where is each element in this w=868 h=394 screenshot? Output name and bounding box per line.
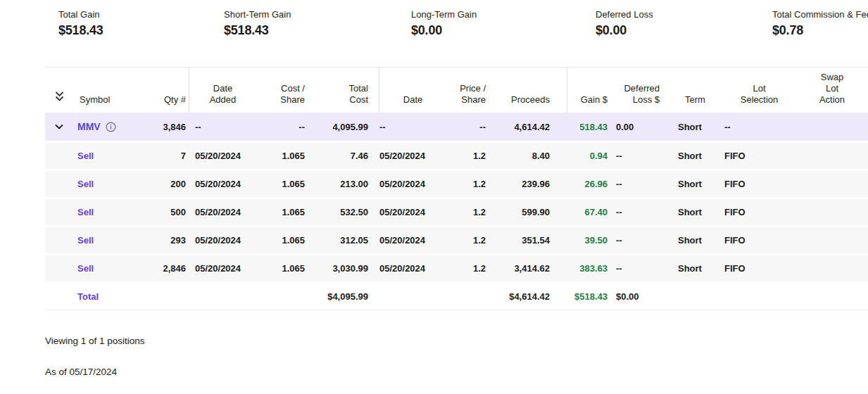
cell-lot-selection: FIFO [722, 141, 796, 169]
col-header-term: Term [685, 94, 705, 106]
total-row: Total $4,095.99 $4,614.42 $518.43 $0.00 [45, 281, 868, 310]
cell-date-sold: 05/20/2024 [379, 253, 446, 281]
cell-date-added: 05/20/2024 [189, 169, 256, 197]
cell-term: Short [668, 253, 722, 281]
total-label: Total [77, 291, 99, 302]
cell-term: Short [668, 169, 722, 197]
col-header-gain: Gain $ [581, 94, 608, 106]
cell-total-cost: 7.46 [314, 141, 379, 169]
symbol-link[interactable]: MMV [77, 121, 101, 132]
stat-value: $0.00 [411, 23, 477, 38]
viewing-count-text: Viewing 1 of 1 positions [45, 336, 868, 346]
col-header-total-cost: Total Cost [349, 83, 368, 106]
cell-gain: 518.43 [567, 113, 610, 141]
cell-swap-lot-action [796, 197, 868, 225]
cell-total-cost: 532.50 [314, 197, 379, 225]
col-header-swap-lot-action: Swap Lot Action [819, 72, 845, 106]
col-header-date: Date [403, 94, 422, 106]
cell-gain: 39.50 [567, 225, 610, 253]
stat-deferred-loss: Deferred Loss $0.00 [596, 8, 653, 38]
stat-label: Long-Term Gain [411, 8, 477, 20]
cell-deferred-loss: 0.00 [610, 113, 668, 141]
cell-date-added: 05/20/2024 [189, 225, 256, 253]
cell-date-sold: 05/20/2024 [379, 197, 446, 225]
stat-long-term-gain: Long-Term Gain $0.00 [411, 8, 477, 38]
cell-qty: 3,846 [138, 113, 189, 141]
chevron-down-icon [54, 124, 64, 130]
table-footer: Viewing 1 of 1 positions As of 05/17/202… [45, 336, 868, 377]
stat-label: Total Gain [58, 8, 103, 20]
col-header-proceeds: Proceeds [511, 94, 550, 106]
cell-deferred-loss: -- [610, 197, 668, 225]
cell-total-cost: 213.00 [314, 169, 379, 197]
cell-cost-share: 1.065 [256, 141, 314, 169]
cell-date-sold: 05/20/2024 [379, 225, 446, 253]
cell-proceeds: 8.40 [501, 141, 567, 169]
cell-qty: 200 [138, 169, 189, 197]
cell-price-share: -- [446, 113, 501, 141]
position-row-mmv: MMV 3,846 -- -- 4,095.99 -- -- 4,614.42 … [45, 113, 868, 141]
sell-link[interactable]: Sell [77, 151, 94, 161]
double-chevron-down-icon [54, 91, 65, 103]
cell-price-share: 1.2 [446, 225, 501, 253]
cell-proceeds: 599.90 [501, 197, 567, 225]
cell-cost-share: -- [256, 113, 314, 141]
total-proceeds-value: $4,614.42 [501, 281, 567, 310]
sell-link[interactable]: Sell [77, 235, 94, 246]
stat-label: Short-Term Gain [224, 8, 291, 20]
cell-proceeds: 4,614.42 [501, 113, 567, 141]
cell-cost-share: 1.065 [256, 197, 314, 225]
sell-link[interactable]: Sell [77, 207, 94, 217]
stat-short-term-gain: Short-Term Gain $518.43 [224, 8, 291, 38]
cell-lot-selection: FIFO [722, 169, 796, 197]
cell-gain: 26.96 [567, 169, 610, 197]
cell-date-sold: 05/20/2024 [379, 141, 446, 169]
col-header-lot-selection: Lot Selection [741, 83, 778, 106]
stat-total-gain: Total Gain $518.43 [58, 8, 103, 38]
cell-gain: 383.63 [567, 253, 610, 281]
cell-lot-selection: -- [722, 113, 796, 141]
cell-cost-share: 1.065 [256, 225, 314, 253]
cell-qty: 7 [138, 141, 189, 169]
cell-lot-selection: FIFO [722, 253, 796, 281]
cell-price-share: 1.2 [446, 141, 501, 169]
cell-total-cost: 4,095.99 [314, 113, 379, 141]
gains-summary-bar: Total Gain $518.43 Short-Term Gain $518.… [0, 0, 868, 67]
cell-swap-lot-action [796, 253, 868, 281]
stat-value: $518.43 [224, 23, 291, 38]
cell-date-sold: 05/20/2024 [379, 169, 446, 197]
cell-date-added: 05/20/2024 [189, 253, 256, 281]
col-header-cost-share: Cost / Share [280, 83, 305, 106]
stat-value: $0.78 [772, 23, 868, 38]
cell-deferred-loss: -- [610, 225, 668, 253]
cell-deferred-loss: -- [610, 253, 668, 281]
collapse-row-button[interactable] [54, 124, 64, 130]
cell-term: Short [668, 197, 722, 225]
cell-lot-selection: FIFO [722, 197, 796, 225]
info-icon[interactable] [106, 122, 116, 132]
cell-proceeds: 3,414.62 [501, 253, 567, 281]
cell-lot-selection: FIFO [722, 225, 796, 253]
cell-qty: 2,846 [138, 253, 189, 281]
stat-total-commission-fees: Total Commission & Fees $0.78 [772, 8, 868, 38]
table-header-row: Symbol Qty # Date Added Cost / Share Tot… [45, 68, 868, 113]
sell-link[interactable]: Sell [77, 263, 94, 274]
cell-date-added: 05/20/2024 [189, 197, 256, 225]
cell-price-share: 1.2 [446, 197, 501, 225]
cell-cost-share: 1.065 [256, 169, 314, 197]
lot-row: Sell 500 05/20/2024 1.065 532.50 05/20/2… [45, 197, 868, 225]
cell-gain: 67.40 [567, 197, 610, 225]
cell-cost-share: 1.065 [256, 253, 314, 281]
lot-row: Sell 200 05/20/2024 1.065 213.00 05/20/2… [45, 169, 868, 197]
cell-proceeds: 239.96 [501, 169, 567, 197]
cell-swap-lot-action [796, 141, 868, 169]
lot-row: Sell 2,846 05/20/2024 1.065 3,030.99 05/… [45, 253, 868, 281]
cell-total-cost: 3,030.99 [314, 253, 379, 281]
cell-term: Short [668, 141, 722, 169]
sell-link[interactable]: Sell [77, 179, 94, 189]
collapse-all-button[interactable] [54, 91, 65, 103]
col-header-date-added: Date Added [210, 83, 237, 106]
cell-total-cost: 312.05 [314, 225, 379, 253]
cell-term: Short [668, 225, 722, 253]
col-header-deferred-loss: Deferred Loss $ [624, 83, 660, 106]
